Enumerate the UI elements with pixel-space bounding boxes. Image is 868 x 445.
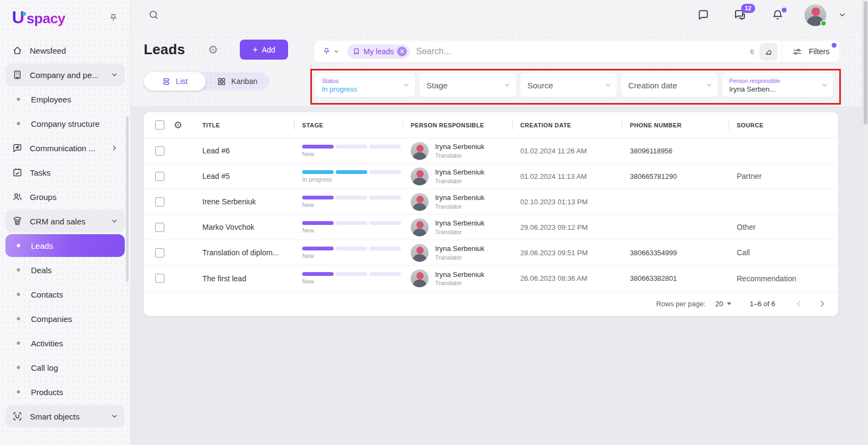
row-checkbox[interactable] <box>155 274 164 283</box>
add-button[interactable]: + Add <box>240 40 288 60</box>
table-row[interactable]: Translation of diplom... New Iryna Serbe… <box>144 240 838 266</box>
sidebar-item-company-structure[interactable]: Company structure <box>5 112 125 135</box>
sidebar-item-company-and-people[interactable]: Company and pe... <box>5 63 125 86</box>
select-all-checkbox[interactable] <box>155 120 164 130</box>
bullet-icon <box>17 122 20 125</box>
person-role: Translator <box>435 279 484 287</box>
source-value: Call <box>729 248 838 257</box>
smart-icon <box>12 411 23 422</box>
page-header: Leads ⚙ + Add <box>144 40 288 60</box>
table-settings-gear-icon[interactable]: ⚙ <box>174 120 194 130</box>
clear-search-eraser-icon[interactable] <box>760 43 777 61</box>
sidebar-pin-icon[interactable] <box>108 13 118 23</box>
column-header-source[interactable]: SOURCE <box>729 122 838 128</box>
rows-per-page-select[interactable]: 20 <box>716 300 731 308</box>
table-body: Lead #6 New Iryna Serbeniuk Translator 0… <box>144 138 838 291</box>
column-header-creation-date[interactable]: CREATION DATE <box>512 122 622 128</box>
lead-title[interactable]: Marko Vovchok <box>194 223 294 231</box>
sidebar-item-smart-objects[interactable]: Smart objects <box>5 405 125 428</box>
stage-segment <box>302 247 334 250</box>
person-avatar[interactable] <box>411 218 429 236</box>
lead-title[interactable]: Lead #6 <box>194 146 294 155</box>
previous-page-icon[interactable] <box>795 300 803 308</box>
creation-date: 28.06.2023 09:51 PM <box>512 249 622 257</box>
sidebar-item-groups[interactable]: Groups <box>5 185 125 208</box>
column-header-title[interactable]: TITLE <box>194 122 294 128</box>
sidebar-item-leads[interactable]: Leads <box>5 234 125 257</box>
lead-title[interactable]: Lead #5 <box>194 172 294 180</box>
global-search-icon[interactable] <box>148 9 159 21</box>
chats-icon[interactable]: 12 <box>733 9 746 22</box>
person-cell: Iryna Serbeniuk Translator <box>403 142 512 160</box>
sidebar-item-deals[interactable]: Deals <box>5 259 125 281</box>
add-button-label: Add <box>261 46 275 54</box>
sidebar-item-employees[interactable]: Employees <box>5 88 125 111</box>
row-checkbox[interactable] <box>155 223 164 232</box>
filter-person-responsible[interactable]: Person responsibleIryna Serben... <box>722 73 833 97</box>
sidebar-item-activities[interactable]: Activities <box>5 332 125 354</box>
row-checkbox[interactable] <box>155 172 164 181</box>
creation-date: 26.06.2023 08:36 AM <box>512 274 622 282</box>
row-checkbox[interactable] <box>155 146 164 156</box>
tab-list-view[interactable]: List <box>144 72 206 91</box>
sidebar-item-label: Tasks <box>30 168 118 177</box>
table-row[interactable]: Marko Vovchok New Iryna Serbeniuk Transl… <box>144 215 838 240</box>
person-avatar[interactable] <box>411 167 429 185</box>
next-page-icon[interactable] <box>818 300 826 308</box>
sidebar-item-label: Activities <box>31 339 118 348</box>
sidebar-scrollbar[interactable] <box>126 117 129 282</box>
column-header-stage[interactable]: STAGE <box>294 122 403 128</box>
table-row[interactable]: Lead #5 In progress Iryna Serbeniuk Tran… <box>144 164 838 189</box>
sidebar-item-call-log[interactable]: Call log <box>5 356 125 379</box>
lead-title[interactable]: Translation of diplom... <box>194 248 294 257</box>
sidebar-item-crm-and-sales[interactable]: CRM and sales <box>5 210 125 233</box>
sliders-icon <box>792 47 802 57</box>
row-checkbox[interactable] <box>155 197 164 207</box>
person-avatar[interactable] <box>411 142 429 160</box>
uspacy-logo[interactable]: Uspacy <box>12 9 65 27</box>
page-scrollbar-thumb[interactable] <box>864 1 867 125</box>
filter-source[interactable]: Source <box>520 73 617 97</box>
filter-creation-date[interactable]: Creation date <box>621 73 718 97</box>
sidebar-item-label: Company structure <box>31 119 118 128</box>
person-cell: Iryna Serbeniuk Translator <box>403 218 512 236</box>
person-avatar[interactable] <box>411 193 429 211</box>
creation-date: 01.02.2024 11:26 AM <box>512 147 622 155</box>
row-checkbox[interactable] <box>155 248 164 257</box>
column-header-phone-number[interactable]: PHONE NUMBER <box>622 122 729 128</box>
bell-icon[interactable] <box>771 9 784 21</box>
filter-stage[interactable]: Stage <box>419 73 516 97</box>
comment-icon[interactable] <box>697 9 710 21</box>
sidebar-item-companies[interactable]: Companies <box>5 307 125 330</box>
page-scrollbar[interactable] <box>862 0 868 445</box>
my-leads-filter-chip[interactable]: My leads ✕ <box>347 44 410 59</box>
lead-title[interactable]: Irene Serbeniuk <box>194 197 294 206</box>
tab-kanban-view[interactable]: Kanban <box>206 77 269 86</box>
sidebar-item-products[interactable]: Products <box>5 380 125 403</box>
table-row[interactable]: Irene Serbeniuk New Iryna Serbeniuk Tran… <box>144 189 838 215</box>
filters-button[interactable]: Filters <box>782 41 839 62</box>
filter-status[interactable]: StatusIn progress <box>315 73 415 97</box>
sidebar-item-contacts[interactable]: Contacts <box>5 283 125 306</box>
filter-label: Creation date <box>628 81 704 90</box>
person-cell: Iryna Serbeniuk Translator <box>403 167 512 185</box>
sidebar-item-communication[interactable]: Communication ... <box>5 137 125 159</box>
person-avatar[interactable] <box>411 244 429 262</box>
profile-chevron-down-icon[interactable] <box>838 11 846 19</box>
chevron-down-icon <box>111 217 118 225</box>
leads-settings-gear-icon[interactable]: ⚙ <box>208 44 218 55</box>
table-row[interactable]: Lead #6 New Iryna Serbeniuk Translator 0… <box>144 138 838 164</box>
lead-title[interactable]: The first lead <box>194 274 294 283</box>
filter-value: Iryna Serben... <box>729 85 819 93</box>
chip-remove-icon[interactable]: ✕ <box>397 47 407 56</box>
person-avatar[interactable] <box>411 269 429 287</box>
column-header-person-responsible[interactable]: PERSON RESPONSIBLE <box>403 122 512 128</box>
user-avatar[interactable] <box>805 4 826 26</box>
rows-per-page-value: 20 <box>716 300 723 308</box>
saved-search-pin-icon[interactable] <box>315 47 345 56</box>
search-input[interactable] <box>410 47 750 56</box>
table-row[interactable]: The first lead New Iryna Serbeniuk Trans… <box>144 266 838 291</box>
chevron-down-icon <box>503 81 511 89</box>
sidebar-item-newsfeed[interactable]: Newsfeed <box>5 39 125 62</box>
sidebar-item-tasks[interactable]: Tasks <box>5 161 125 184</box>
